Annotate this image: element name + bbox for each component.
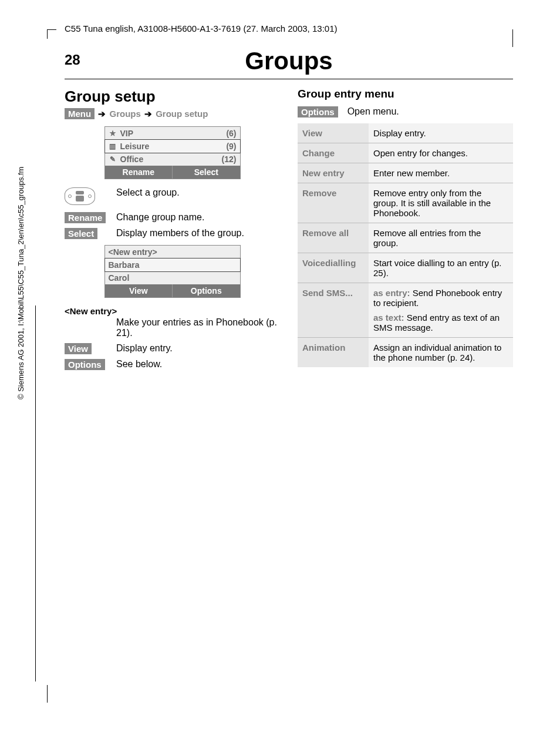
view-desc: Display entry. [116, 343, 173, 354]
phone-screen-groups: ✮VIP (6) ▥Leisure (9) ✎Office (12) Renam… [104, 126, 241, 179]
group-entry-menu-heading: Group entry menu [298, 88, 513, 100]
entry-label: <New entry> [109, 247, 157, 257]
group-label: Office [120, 155, 144, 164]
option-value: Enter new member. [369, 163, 513, 183]
leisure-icon: ▥ [109, 142, 117, 150]
select-softkey-label: Select [65, 228, 97, 239]
softkey-options: Options [173, 284, 240, 297]
menu-softkey: Menu [65, 108, 95, 119]
rename-desc: Change group name. [116, 212, 204, 223]
table-row: VoicediallingStart voice dialling to an … [298, 253, 513, 283]
group-count: (9) [226, 142, 236, 151]
option-value: Assign an individual animation to the ph… [369, 338, 513, 368]
group-count: (6) [226, 129, 236, 138]
list-item: <New entry> [105, 246, 240, 258]
office-icon: ✎ [109, 155, 117, 163]
group-count: (12) [222, 155, 237, 164]
star-icon: ✮ [109, 129, 117, 137]
arrow-icon: ➔ [98, 109, 106, 119]
list-item-selected: Barbara [104, 258, 241, 272]
option-key: Remove all [298, 223, 369, 253]
crop-mark-bl [47, 685, 48, 703]
list-item: ✎Office (12) [105, 153, 240, 166]
options-softkey-label-right: Options [298, 106, 338, 117]
table-row: RemoveRemove entry only from the group. … [298, 183, 513, 223]
side-rule [35, 305, 36, 681]
list-item: ✮VIP (6) [105, 127, 240, 140]
group-label: Leisure [120, 142, 150, 151]
newentry-desc: Make your entries as in Phonebook (p. 21… [116, 317, 280, 338]
doc-header: C55 Tuna english, A31008-H5600-A1-3-7619… [65, 23, 337, 33]
breadcrumb: Menu ➔ Groups ➔ Group setup [65, 108, 280, 119]
table-row: New entryEnter new member. [298, 163, 513, 183]
copyright-credit: © Siemens AG 2001, I:\Mobil\L55\C55_Tuna… [16, 167, 25, 399]
nav-key-icon [65, 187, 95, 205]
rename-softkey-label: Rename [65, 212, 106, 223]
option-key: New entry [298, 163, 369, 183]
option-key: Animation [298, 338, 369, 368]
option-value: Remove all entries from the group. [369, 223, 513, 253]
navkey-desc: Select a group. [116, 187, 180, 198]
list-item-selected: ▥Leisure (9) [104, 139, 241, 153]
table-row: Remove allRemove all entries from the gr… [298, 223, 513, 253]
option-value: Display entry. [369, 123, 513, 143]
table-row: ChangeOpen entry for changes. [298, 143, 513, 163]
options-softkey-label: Options [65, 359, 105, 370]
phone-screen-members: <New entry> Barbara Carol View Options [104, 245, 241, 298]
arrow-icon: ➔ [144, 109, 152, 119]
view-softkey-label: View [65, 343, 92, 354]
group-label: VIP [120, 129, 134, 138]
option-key: Remove [298, 183, 369, 223]
entry-label: Carol [109, 273, 130, 283]
option-value: Open entry for changes. [369, 143, 513, 163]
table-row: ViewDisplay entry. [298, 123, 513, 143]
group-setup-heading: Group setup [65, 88, 280, 106]
options-table: ViewDisplay entry.ChangeOpen entry for c… [298, 123, 513, 367]
list-item: Carol [105, 271, 240, 284]
softkey-view: View [105, 284, 173, 297]
softkey-select: Select [173, 166, 240, 179]
option-value: Start voice dialling to an entry (p. 25)… [369, 253, 513, 283]
select-desc: Display members of the group. [116, 228, 244, 239]
page-title: Groups [65, 47, 513, 79]
options-desc: See below. [116, 359, 162, 370]
option-key: Send SMS... [298, 283, 369, 338]
option-value: Remove entry only from the group. It is … [369, 183, 513, 223]
crop-mark-tr [512, 29, 513, 47]
table-row: Send SMS...as entry: Send Phonebook entr… [298, 283, 513, 338]
breadcrumb-groups: Groups [110, 109, 141, 119]
option-key: Voicedialling [298, 253, 369, 283]
softkey-rename: Rename [105, 166, 173, 179]
breadcrumb-group-setup: Group setup [156, 109, 208, 119]
table-row: AnimationAssign an individual animation … [298, 338, 513, 368]
newentry-key: <New entry> [65, 306, 117, 316]
options-open-desc: Open menu. [348, 106, 399, 117]
option-key: Change [298, 143, 369, 163]
page-number: 28 [65, 52, 80, 68]
entry-label: Barbara [109, 260, 140, 270]
option-key: View [298, 123, 369, 143]
option-value: as entry: Send Phonebook entry to recipi… [369, 283, 513, 338]
crop-mark-tl [47, 29, 56, 39]
